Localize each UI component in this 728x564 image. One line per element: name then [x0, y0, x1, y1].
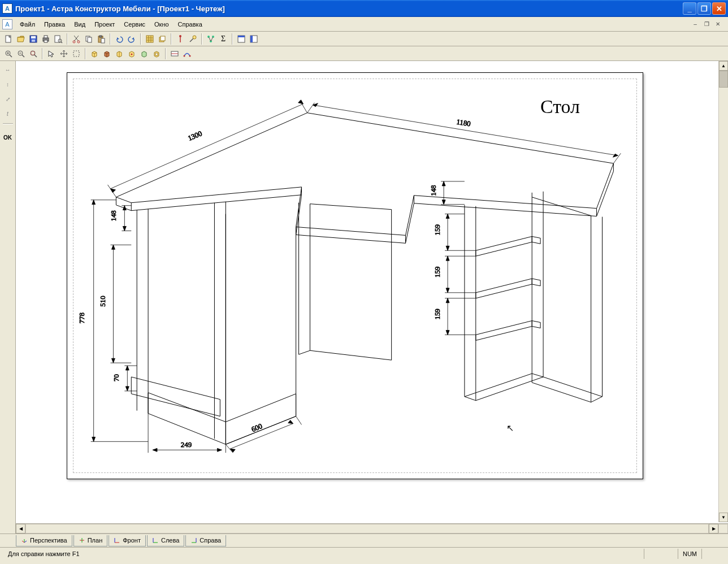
svg-rect-6 [44, 40, 47, 42]
status-num-indicator: NUM [678, 549, 702, 559]
paste-icon[interactable] [95, 33, 107, 45]
svg-line-79 [307, 103, 314, 113]
copy-icon[interactable] [83, 33, 95, 45]
box3d-f-icon[interactable] [150, 47, 163, 60]
svg-rect-36 [238, 36, 245, 37]
panel2-icon[interactable] [248, 33, 260, 45]
menu-edit[interactable]: Правка [40, 19, 70, 29]
canvas-area[interactable]: Стол [16, 61, 728, 533]
left-icon [152, 537, 159, 544]
box-select-icon[interactable] [70, 47, 83, 60]
toolbar-standard: Σ [0, 32, 728, 46]
redo-icon[interactable] [125, 33, 138, 45]
svg-line-33 [209, 37, 211, 41]
tab-perspective[interactable]: Перспектива [16, 535, 72, 546]
svg-point-53 [131, 53, 133, 55]
menu-file[interactable]: Файл [15, 19, 40, 29]
scroll-thumb[interactable] [719, 71, 728, 88]
menu-view[interactable]: Вид [70, 19, 90, 29]
window-title: Проект1 - Астра Конструктор Мебели - [Пр… [15, 5, 683, 13]
pan-icon[interactable] [58, 47, 70, 60]
box3d-b-icon[interactable] [101, 47, 113, 60]
tab-left[interactable]: Слева [147, 535, 184, 546]
axis-x-icon[interactable]: ↔ [2, 63, 14, 76]
svg-text:1300: 1300 [187, 129, 203, 142]
box3d-e-icon[interactable] [138, 47, 150, 60]
tab-label: План [88, 537, 103, 544]
tab-label: Справа [200, 537, 221, 544]
svg-text:70: 70 [112, 374, 120, 381]
tab-right[interactable]: Справа [185, 535, 226, 546]
grid-icon[interactable] [144, 33, 156, 45]
drawing-title: Стол [540, 96, 580, 117]
zoom-in-icon[interactable] [2, 47, 15, 60]
svg-line-47 [34, 55, 37, 57]
menu-project[interactable]: Проект [90, 19, 119, 29]
svg-point-58 [189, 55, 191, 57]
mdi-close-button[interactable]: ✕ [713, 20, 722, 28]
zoom-fit-icon[interactable] [27, 47, 40, 60]
ok-button[interactable]: OK [2, 131, 14, 144]
svg-rect-2 [31, 36, 36, 38]
probe-icon[interactable] [187, 33, 199, 45]
svg-text:778: 778 [77, 313, 86, 323]
mdi-minimize-button[interactable]: – [691, 20, 700, 28]
layers-icon[interactable] [156, 33, 168, 45]
svg-text:148: 148 [429, 185, 437, 196]
axis-t-icon[interactable]: t [2, 107, 14, 120]
scroll-up-icon[interactable]: ▲ [719, 61, 728, 71]
scroll-right-icon[interactable]: ▶ [709, 524, 718, 533]
horizontal-scrollbar[interactable] [25, 524, 709, 533]
mode-a-icon[interactable] [168, 47, 181, 60]
open-icon[interactable] [15, 33, 27, 45]
tab-front[interactable]: Фронт [109, 535, 146, 546]
app-menu-icon[interactable]: A [2, 19, 12, 29]
minimize-button[interactable]: _ [683, 2, 696, 15]
vertical-scrollbar[interactable]: ▲ ▼ [718, 61, 728, 522]
svg-text:159: 159 [433, 224, 441, 235]
panel-icon[interactable] [235, 33, 248, 45]
zoom-out-icon[interactable] [15, 47, 27, 60]
scroll-down-icon[interactable]: ▼ [719, 513, 728, 522]
technical-drawing: Стол [73, 79, 636, 472]
svg-rect-3 [32, 40, 35, 42]
svg-line-34 [211, 37, 213, 41]
box3d-d-icon[interactable] [125, 47, 138, 60]
sum-icon[interactable]: Σ [217, 33, 229, 45]
select-icon[interactable] [45, 47, 58, 60]
undo-icon[interactable] [113, 33, 125, 45]
axis-z-icon[interactable]: ⤢ [2, 93, 14, 105]
print-preview-icon[interactable] [52, 33, 64, 45]
mode-b-icon[interactable] [181, 47, 193, 60]
save-icon[interactable] [27, 33, 40, 45]
front-icon [114, 537, 120, 544]
axis-y-icon[interactable]: ↕ [2, 78, 14, 90]
box3d-a-icon[interactable] [88, 47, 101, 60]
print-icon[interactable] [40, 33, 52, 45]
svg-rect-51 [73, 51, 79, 57]
svg-line-74 [110, 104, 303, 189]
menu-bar: A Файл Правка Вид Проект Сервис Окно Спр… [0, 17, 728, 32]
svg-text:1180: 1180 [456, 118, 471, 128]
close-button[interactable]: ✕ [712, 2, 726, 15]
menu-service[interactable]: Сервис [119, 19, 150, 29]
svg-rect-15 [88, 37, 92, 42]
svg-rect-19 [146, 36, 153, 42]
box3d-c-icon[interactable] [113, 47, 125, 60]
svg-rect-38 [250, 36, 253, 42]
mdi-restore-button[interactable]: ❐ [702, 20, 711, 28]
svg-line-103 [226, 444, 233, 453]
menu-window[interactable]: Окно [150, 19, 174, 29]
svg-line-124 [24, 541, 27, 543]
tree-icon[interactable] [205, 33, 217, 45]
svg-line-44 [22, 55, 24, 57]
menu-help[interactable]: Справка [174, 19, 207, 29]
cut-icon[interactable] [70, 33, 83, 45]
new-icon[interactable] [2, 33, 15, 45]
window-titlebar: A Проект1 - Астра Конструктор Мебели - [… [0, 0, 728, 17]
tab-plan[interactable]: План [73, 535, 108, 546]
scroll-corner [718, 524, 728, 533]
maximize-button[interactable]: ❐ [697, 2, 711, 15]
measure-icon[interactable] [174, 33, 187, 45]
scroll-left-icon[interactable]: ◀ [16, 524, 25, 533]
